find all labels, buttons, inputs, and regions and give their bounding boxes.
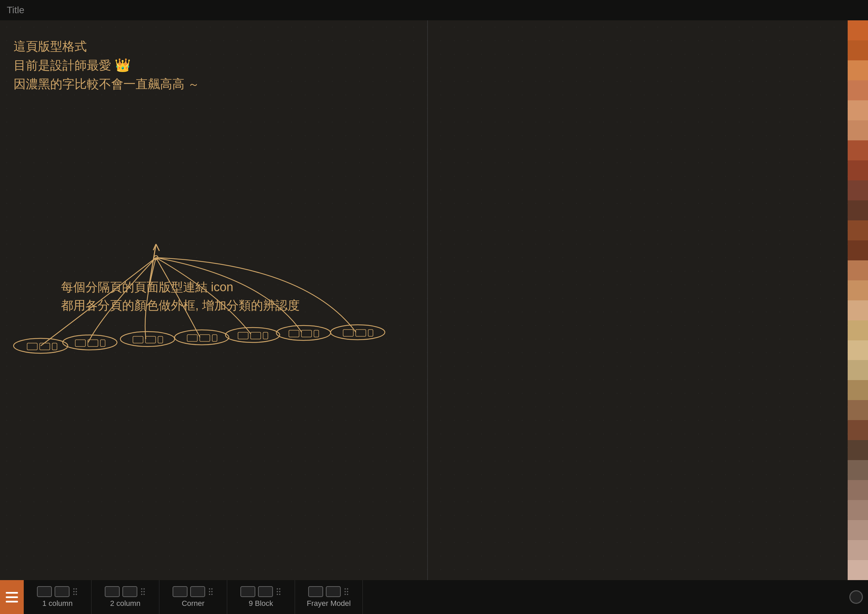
color-swatch-18[interactable] [848,380,868,400]
color-swatch-3[interactable] [848,81,868,100]
bottom-toolbar: 1 column 2 column Corner [0,580,868,614]
tab-corner[interactable]: Corner [160,580,227,614]
tab-9block-box-2 [258,586,273,597]
settings-button[interactable] [844,580,868,614]
color-swatch-22[interactable] [848,460,868,480]
tab-9-block[interactable]: 9 Block [227,580,295,614]
color-swatch-9[interactable] [848,200,868,220]
tab-2col-box-1 [105,586,120,597]
color-swatch-6[interactable] [848,140,868,160]
tab-frayer-dots [344,586,350,597]
color-swatch-24[interactable] [848,500,868,520]
title-bar: Title [0,0,868,20]
color-swatch-14[interactable] [848,301,868,320]
bottom-annotation-line-1: 每個分隔頁的頁面版型連結 icon [61,278,300,296]
page-title: Title [7,5,25,16]
tab-9block-icons [240,586,282,597]
tab-2col-icons [105,586,146,597]
annotation-line-3: 因濃黑的字比較不會一直飆高高 ～ [14,75,199,93]
tab-frayer-box-2 [326,586,341,597]
color-swatch-26[interactable] [848,540,868,560]
color-swatch-11[interactable] [848,240,868,260]
tab-1col-box-2 [54,586,70,597]
hamburger-line-2 [6,596,18,598]
color-swatch-16[interactable] [848,340,868,360]
tab-corner-icons [173,586,214,597]
tab-9block-box-1 [240,586,255,597]
color-swatch-19[interactable] [848,400,868,420]
annotation-line-2: 目前是設計師最愛 👑 [14,56,199,75]
tab-9block-dots [276,586,282,597]
annotation-line-1: 這頁版型格式 [14,37,199,56]
tab-frayer-model[interactable]: Frayer Model [295,580,363,614]
tab-1-column[interactable]: 1 column [24,580,91,614]
color-swatch-10[interactable] [848,220,868,240]
color-palette [848,20,868,580]
tab-corner-dots [208,586,214,597]
color-swatch-21[interactable] [848,440,868,460]
crown-icon: 👑 [115,58,130,72]
color-swatch-17[interactable] [848,360,868,380]
hamburger-line-3 [6,601,18,603]
tab-corner-label: Corner [182,599,205,608]
tab-2col-dots [140,586,146,597]
tab-9block-label: 9 Block [248,599,273,608]
color-swatch-12[interactable] [848,260,868,281]
tab-corner-box-2 [190,586,205,597]
tab-frayer-box-1 [308,586,323,597]
tab-1col-icons [37,586,78,597]
vertical-divider [427,20,428,580]
hamburger-button[interactable] [0,580,24,614]
tab-1col-label: 1 column [42,599,73,608]
annotation-area: 這頁版型格式 目前是設計師最愛 👑 因濃黑的字比較不會一直飆高高 ～ [14,37,199,93]
color-swatch-0[interactable] [848,20,868,40]
color-swatch-27[interactable] [848,560,868,580]
bottom-annotation: 每個分隔頁的頁面版型連結 icon 都用各分頁的顏色做外框, 增加分類的辨認度 [61,278,300,315]
color-swatch-13[interactable] [848,281,868,301]
color-swatch-15[interactable] [848,320,868,340]
color-swatch-4[interactable] [848,100,868,120]
tab-corner-box-1 [173,586,188,597]
color-swatch-25[interactable] [848,520,868,540]
color-swatch-7[interactable] [848,160,868,180]
tab-2-column[interactable]: 2 column [91,580,160,614]
tab-2col-box-2 [122,586,137,597]
color-swatch-5[interactable] [848,120,868,140]
tab-1col-dots [72,586,78,597]
color-swatch-23[interactable] [848,480,868,500]
hamburger-line-1 [6,592,18,594]
bottom-annotation-line-2: 都用各分頁的顏色做外框, 增加分類的辨認度 [61,296,300,315]
color-swatch-2[interactable] [848,60,868,81]
tab-1col-box-1 [37,586,52,597]
color-swatch-8[interactable] [848,180,868,200]
tab-frayer-icons [308,586,350,597]
color-swatch-1[interactable] [848,40,868,60]
squiggle-icon: ～ [188,78,199,90]
tab-frayer-label: Frayer Model [307,599,351,608]
settings-circle-icon [849,590,863,604]
color-swatch-20[interactable] [848,420,868,440]
tab-2col-label: 2 column [110,599,140,608]
